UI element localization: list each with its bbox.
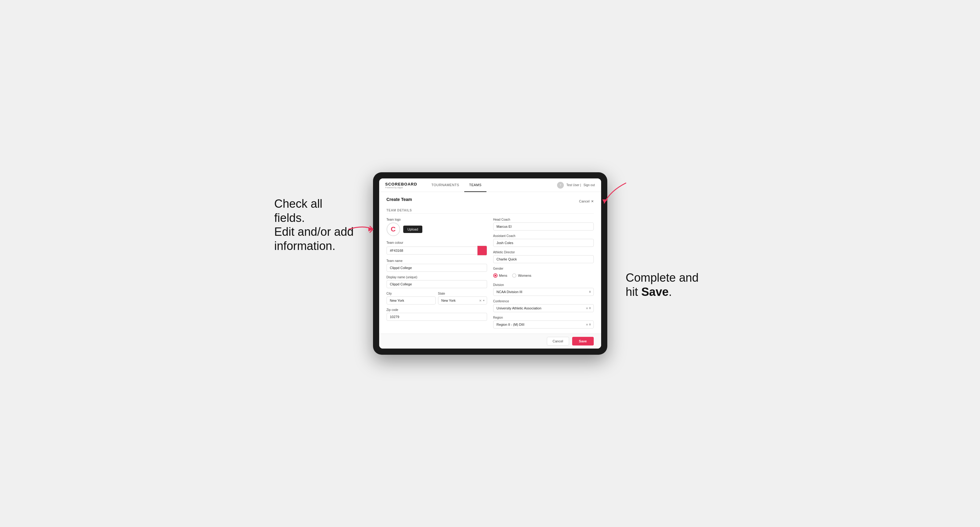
brand: SCOREBOARD Powered by clippd <box>385 182 417 189</box>
footer-save-button[interactable]: Save <box>572 337 594 346</box>
state-field: State New York ✕ ▾ <box>438 292 487 305</box>
cancel-top-button[interactable]: Cancel ✕ <box>579 199 593 203</box>
region-label: Region <box>493 316 594 319</box>
state-select-wrapper: New York ✕ ▾ <box>438 297 487 305</box>
logo-upload-row: C Upload <box>387 222 487 236</box>
annotation-right: Complete andhit Save. <box>626 172 706 299</box>
display-name-input[interactable] <box>387 280 487 288</box>
svg-marker-1 <box>602 199 608 203</box>
division-select-wrapper: NCAA Division III NCAA Division II NCAA … <box>493 288 594 296</box>
user-avatar: T <box>557 182 564 189</box>
team-colour-label: Team colour <box>387 241 487 244</box>
conference-label: Conference <box>493 300 594 303</box>
brand-name: SCOREBOARD <box>385 182 417 186</box>
signout-link[interactable]: Sign out <box>584 183 595 187</box>
nav-teams[interactable]: TEAMS <box>464 178 487 192</box>
athletic-director-label: Athletic Director <box>493 251 594 254</box>
arrow-left-icon <box>348 222 379 237</box>
asst-coach-label: Assistant Coach <box>493 234 594 238</box>
city-field: City <box>387 292 436 305</box>
team-colour-input[interactable] <box>387 246 477 254</box>
zip-label: Zip code <box>387 308 487 311</box>
color-swatch[interactable] <box>477 246 487 256</box>
zip-input[interactable] <box>387 313 487 321</box>
nav-user-text: Test User | <box>566 183 581 187</box>
conference-select[interactable]: University Athletic Association <box>493 304 594 312</box>
display-name-field: Display name (unique) <box>387 276 487 288</box>
team-name-input[interactable] <box>387 264 487 272</box>
conference-select-wrapper: University Athletic Association ✕ ⬍ <box>493 304 594 312</box>
annotation-left-text: Check all fields.Edit and/or addinformat… <box>274 197 354 252</box>
annotation-right-text: Complete andhit Save. <box>626 271 699 298</box>
division-label: Division <box>493 283 594 287</box>
city-state-row: City State New York ✕ <box>387 292 487 305</box>
page-title: Create Team <box>387 197 412 202</box>
state-clear-icon[interactable]: ✕ <box>479 299 482 302</box>
form-header: Create Team Cancel ✕ <box>387 197 594 206</box>
close-icon: ✕ <box>591 199 594 203</box>
color-row <box>387 246 487 256</box>
athletic-director-field: Athletic Director <box>493 251 594 263</box>
athletic-director-input[interactable] <box>493 255 594 263</box>
city-input[interactable] <box>387 297 436 305</box>
head-coach-input[interactable] <box>493 222 594 230</box>
form-area: Create Team Cancel ✕ TEAM DETAILS Team l… <box>379 192 601 333</box>
upload-logo-button[interactable]: Upload <box>403 225 423 233</box>
gender-label: Gender <box>493 267 594 270</box>
asst-coach-input[interactable] <box>493 239 594 247</box>
team-logo-field: Team logo C Upload <box>387 218 487 237</box>
division-select[interactable]: NCAA Division III NCAA Division II NCAA … <box>493 288 594 296</box>
brand-sub: Powered by clippd <box>385 186 417 189</box>
display-name-label: Display name (unique) <box>387 276 487 279</box>
form-two-col: Team logo C Upload Team colour <box>387 218 594 329</box>
nav-right: T Test User | Sign out <box>557 182 595 189</box>
annotation-left: Check all fields.Edit and/or addinformat… <box>274 172 355 253</box>
head-coach-label: Head Coach <box>493 218 594 221</box>
region-field: Region Region II - (M) DIII ✕ ⬍ <box>493 316 594 329</box>
svg-marker-0 <box>368 227 373 232</box>
arrow-right-icon <box>598 181 629 206</box>
tablet-screen: SCOREBOARD Powered by clippd TOURNAMENTS… <box>379 178 601 349</box>
tablet-device: SCOREBOARD Powered by clippd TOURNAMENTS… <box>373 172 607 355</box>
zip-field: Zip code <box>387 308 487 321</box>
head-coach-field: Head Coach <box>493 218 594 230</box>
form-right-col: Head Coach Assistant Coach Athletic Dire… <box>493 218 594 329</box>
form-left-col: Team logo C Upload Team colour <box>387 218 487 329</box>
region-select-wrapper: Region II - (M) DIII ✕ ⬍ <box>493 321 594 329</box>
nav-links: TOURNAMENTS TEAMS <box>426 178 557 192</box>
navbar: SCOREBOARD Powered by clippd TOURNAMENTS… <box>379 178 601 192</box>
form-footer: Cancel Save <box>379 333 601 349</box>
annotation-save-bold: Save <box>641 286 669 298</box>
gender-womens-option[interactable]: Womens <box>512 273 531 278</box>
team-name-label: Team name <box>387 259 487 263</box>
conference-clear-icon[interactable]: ✕ <box>586 306 588 310</box>
gender-radio-group: Mens Womens <box>493 271 594 279</box>
team-logo-label: Team logo <box>387 218 487 221</box>
team-colour-field: Team colour <box>387 241 487 256</box>
gender-womens-radio[interactable] <box>512 273 516 278</box>
state-label: State <box>438 292 487 295</box>
footer-cancel-button[interactable]: Cancel <box>547 337 569 346</box>
gender-mens-option[interactable]: Mens <box>493 273 508 278</box>
asst-coach-field: Assistant Coach <box>493 234 594 247</box>
city-label: City <box>387 292 436 295</box>
conference-field: Conference University Athletic Associati… <box>493 300 594 312</box>
section-header: TEAM DETAILS <box>387 209 594 214</box>
region-clear-icon[interactable]: ✕ <box>586 323 588 326</box>
region-select[interactable]: Region II - (M) DIII <box>493 321 594 329</box>
nav-tournaments[interactable]: TOURNAMENTS <box>426 178 464 192</box>
logo-circle: C <box>387 222 400 236</box>
team-name-field: Team name <box>387 259 487 272</box>
gender-field: Gender Mens Womens <box>493 267 594 279</box>
gender-mens-radio[interactable] <box>493 273 498 278</box>
city-state-group: City State New York ✕ <box>387 292 487 305</box>
division-field: Division NCAA Division III NCAA Division… <box>493 283 594 296</box>
